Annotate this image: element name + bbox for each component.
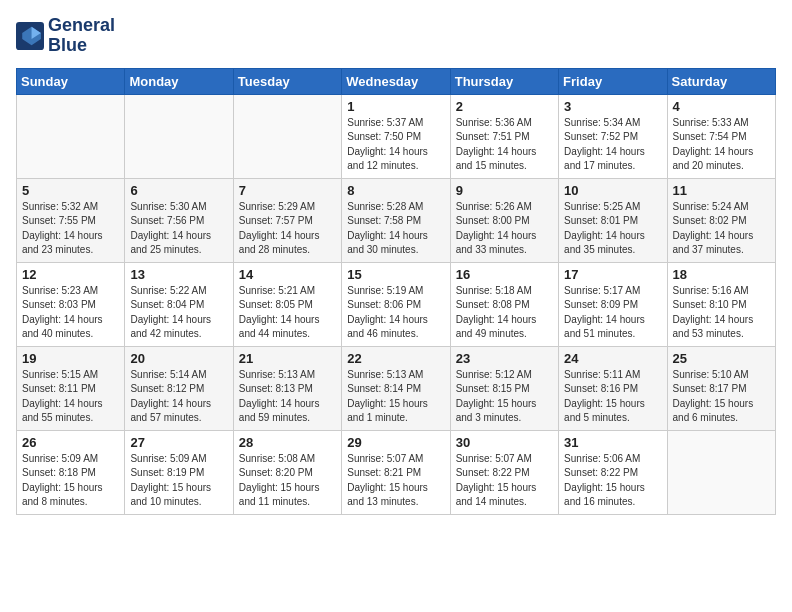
day-number: 21 [239,351,336,366]
weekday-header-friday: Friday [559,68,667,94]
calendar-week-3: 12Sunrise: 5:23 AM Sunset: 8:03 PM Dayli… [17,262,776,346]
day-info: Sunrise: 5:30 AM Sunset: 7:56 PM Dayligh… [130,200,227,258]
calendar-cell: 2Sunrise: 5:36 AM Sunset: 7:51 PM Daylig… [450,94,558,178]
day-info: Sunrise: 5:07 AM Sunset: 8:21 PM Dayligh… [347,452,444,510]
day-number: 4 [673,99,770,114]
calendar-cell: 12Sunrise: 5:23 AM Sunset: 8:03 PM Dayli… [17,262,125,346]
day-number: 16 [456,267,553,282]
calendar-cell: 24Sunrise: 5:11 AM Sunset: 8:16 PM Dayli… [559,346,667,430]
calendar-cell: 1Sunrise: 5:37 AM Sunset: 7:50 PM Daylig… [342,94,450,178]
calendar-cell: 27Sunrise: 5:09 AM Sunset: 8:19 PM Dayli… [125,430,233,514]
calendar-table: SundayMondayTuesdayWednesdayThursdayFrid… [16,68,776,515]
weekday-header-thursday: Thursday [450,68,558,94]
calendar-cell: 14Sunrise: 5:21 AM Sunset: 8:05 PM Dayli… [233,262,341,346]
day-info: Sunrise: 5:32 AM Sunset: 7:55 PM Dayligh… [22,200,119,258]
calendar-cell [667,430,775,514]
day-number: 8 [347,183,444,198]
day-info: Sunrise: 5:26 AM Sunset: 8:00 PM Dayligh… [456,200,553,258]
day-info: Sunrise: 5:25 AM Sunset: 8:01 PM Dayligh… [564,200,661,258]
calendar-week-5: 26Sunrise: 5:09 AM Sunset: 8:18 PM Dayli… [17,430,776,514]
day-number: 28 [239,435,336,450]
calendar-cell: 23Sunrise: 5:12 AM Sunset: 8:15 PM Dayli… [450,346,558,430]
day-number: 22 [347,351,444,366]
calendar-cell: 10Sunrise: 5:25 AM Sunset: 8:01 PM Dayli… [559,178,667,262]
calendar-cell: 19Sunrise: 5:15 AM Sunset: 8:11 PM Dayli… [17,346,125,430]
page-header: General Blue [16,16,776,56]
day-number: 5 [22,183,119,198]
day-info: Sunrise: 5:18 AM Sunset: 8:08 PM Dayligh… [456,284,553,342]
day-info: Sunrise: 5:12 AM Sunset: 8:15 PM Dayligh… [456,368,553,426]
weekday-header-saturday: Saturday [667,68,775,94]
day-number: 24 [564,351,661,366]
calendar-cell: 9Sunrise: 5:26 AM Sunset: 8:00 PM Daylig… [450,178,558,262]
day-info: Sunrise: 5:34 AM Sunset: 7:52 PM Dayligh… [564,116,661,174]
day-number: 25 [673,351,770,366]
calendar-cell: 13Sunrise: 5:22 AM Sunset: 8:04 PM Dayli… [125,262,233,346]
calendar-cell: 18Sunrise: 5:16 AM Sunset: 8:10 PM Dayli… [667,262,775,346]
day-info: Sunrise: 5:15 AM Sunset: 8:11 PM Dayligh… [22,368,119,426]
day-number: 7 [239,183,336,198]
calendar-cell: 29Sunrise: 5:07 AM Sunset: 8:21 PM Dayli… [342,430,450,514]
calendar-cell: 6Sunrise: 5:30 AM Sunset: 7:56 PM Daylig… [125,178,233,262]
calendar-cell: 30Sunrise: 5:07 AM Sunset: 8:22 PM Dayli… [450,430,558,514]
calendar-cell: 3Sunrise: 5:34 AM Sunset: 7:52 PM Daylig… [559,94,667,178]
day-number: 29 [347,435,444,450]
calendar-cell: 20Sunrise: 5:14 AM Sunset: 8:12 PM Dayli… [125,346,233,430]
day-info: Sunrise: 5:19 AM Sunset: 8:06 PM Dayligh… [347,284,444,342]
calendar-week-4: 19Sunrise: 5:15 AM Sunset: 8:11 PM Dayli… [17,346,776,430]
calendar-cell: 21Sunrise: 5:13 AM Sunset: 8:13 PM Dayli… [233,346,341,430]
logo: General Blue [16,16,115,56]
day-info: Sunrise: 5:06 AM Sunset: 8:22 PM Dayligh… [564,452,661,510]
day-number: 20 [130,351,227,366]
day-info: Sunrise: 5:36 AM Sunset: 7:51 PM Dayligh… [456,116,553,174]
day-number: 11 [673,183,770,198]
day-info: Sunrise: 5:13 AM Sunset: 8:13 PM Dayligh… [239,368,336,426]
logo-text: General Blue [48,16,115,56]
day-info: Sunrise: 5:21 AM Sunset: 8:05 PM Dayligh… [239,284,336,342]
day-number: 10 [564,183,661,198]
calendar-cell: 31Sunrise: 5:06 AM Sunset: 8:22 PM Dayli… [559,430,667,514]
day-info: Sunrise: 5:24 AM Sunset: 8:02 PM Dayligh… [673,200,770,258]
calendar-cell [233,94,341,178]
day-number: 27 [130,435,227,450]
day-number: 3 [564,99,661,114]
calendar-cell: 4Sunrise: 5:33 AM Sunset: 7:54 PM Daylig… [667,94,775,178]
day-info: Sunrise: 5:29 AM Sunset: 7:57 PM Dayligh… [239,200,336,258]
day-number: 6 [130,183,227,198]
calendar-cell: 7Sunrise: 5:29 AM Sunset: 7:57 PM Daylig… [233,178,341,262]
day-number: 12 [22,267,119,282]
calendar-cell: 26Sunrise: 5:09 AM Sunset: 8:18 PM Dayli… [17,430,125,514]
day-number: 23 [456,351,553,366]
calendar-cell: 15Sunrise: 5:19 AM Sunset: 8:06 PM Dayli… [342,262,450,346]
calendar-cell: 28Sunrise: 5:08 AM Sunset: 8:20 PM Dayli… [233,430,341,514]
weekday-header-row: SundayMondayTuesdayWednesdayThursdayFrid… [17,68,776,94]
day-info: Sunrise: 5:37 AM Sunset: 7:50 PM Dayligh… [347,116,444,174]
day-info: Sunrise: 5:33 AM Sunset: 7:54 PM Dayligh… [673,116,770,174]
weekday-header-wednesday: Wednesday [342,68,450,94]
day-info: Sunrise: 5:13 AM Sunset: 8:14 PM Dayligh… [347,368,444,426]
day-info: Sunrise: 5:07 AM Sunset: 8:22 PM Dayligh… [456,452,553,510]
calendar-cell: 22Sunrise: 5:13 AM Sunset: 8:14 PM Dayli… [342,346,450,430]
calendar-cell [125,94,233,178]
day-info: Sunrise: 5:14 AM Sunset: 8:12 PM Dayligh… [130,368,227,426]
day-number: 1 [347,99,444,114]
day-info: Sunrise: 5:28 AM Sunset: 7:58 PM Dayligh… [347,200,444,258]
day-number: 19 [22,351,119,366]
weekday-header-tuesday: Tuesday [233,68,341,94]
calendar-week-2: 5Sunrise: 5:32 AM Sunset: 7:55 PM Daylig… [17,178,776,262]
day-number: 2 [456,99,553,114]
day-number: 18 [673,267,770,282]
calendar-cell [17,94,125,178]
day-info: Sunrise: 5:16 AM Sunset: 8:10 PM Dayligh… [673,284,770,342]
day-info: Sunrise: 5:23 AM Sunset: 8:03 PM Dayligh… [22,284,119,342]
day-info: Sunrise: 5:10 AM Sunset: 8:17 PM Dayligh… [673,368,770,426]
day-number: 26 [22,435,119,450]
calendar-cell: 16Sunrise: 5:18 AM Sunset: 8:08 PM Dayli… [450,262,558,346]
calendar-cell: 17Sunrise: 5:17 AM Sunset: 8:09 PM Dayli… [559,262,667,346]
weekday-header-sunday: Sunday [17,68,125,94]
day-info: Sunrise: 5:08 AM Sunset: 8:20 PM Dayligh… [239,452,336,510]
day-info: Sunrise: 5:11 AM Sunset: 8:16 PM Dayligh… [564,368,661,426]
logo-icon [16,22,44,50]
calendar-cell: 11Sunrise: 5:24 AM Sunset: 8:02 PM Dayli… [667,178,775,262]
day-number: 15 [347,267,444,282]
